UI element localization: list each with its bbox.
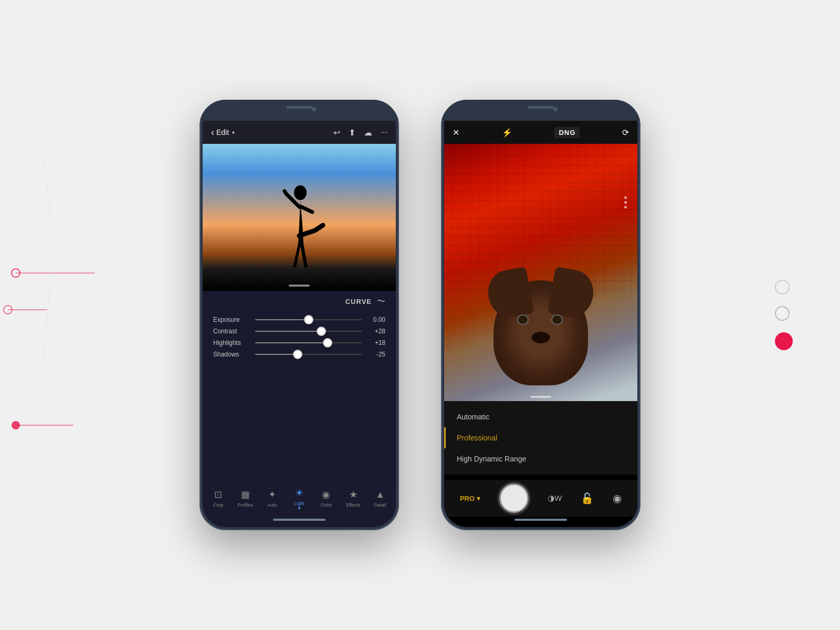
flash-button[interactable]: ⚡ [502,128,512,138]
dog-photo [444,144,637,401]
dot1 [624,196,627,199]
phone2-notch [509,103,572,118]
dot3 [624,206,627,208]
exposure-label: Exposure [213,316,250,323]
nav-effects[interactable]: ★ Effects [340,489,366,508]
light-active-dot [298,507,300,509]
edit-header: ‹ Edit ▾ ↩ ⬆ ☁ ··· [203,121,396,144]
contrast-slider[interactable] [255,331,362,332]
shadows-label: Shadows [213,351,250,358]
contrast-row: Contrast +28 [213,328,385,335]
color-icon: ◉ [322,489,330,500]
photo-handle [289,285,310,287]
dropdown-professional[interactable]: Professional [444,427,637,448]
nav-auto[interactable]: ✦ Auto [259,489,286,508]
auto-icon: ✦ [268,489,276,500]
svg-point-6 [294,185,307,200]
light-icon: ☀ [295,487,303,499]
pro-label: PRO [460,495,475,502]
phone1-bottom-bar [273,519,326,521]
shadows-slider[interactable] [255,354,362,355]
three-dots-menu[interactable] [624,196,627,208]
profiles-label: Profiles [237,502,253,508]
silhouette-figure [273,183,326,272]
exposure-slider[interactable] [255,319,362,320]
pro-chevron: ▾ [477,495,480,502]
color-label: Color [321,502,332,508]
camera-controls: PRO ▾ ◑W 🔓 ◉ [444,480,637,517]
sliders-section: Exposure 0.00 Contrast [203,312,396,366]
nav-detail[interactable]: ▲ Detail [367,489,394,508]
camera-flip-button[interactable]: ⟳ [622,128,629,138]
deco-circle-3 [775,332,793,350]
curve-label: CURVE [345,298,372,306]
professional-label: Professional [457,434,497,442]
highlights-row: Highlights +18 [213,339,385,346]
dropdown-hdr[interactable]: High Dynamic Range [444,448,637,469]
edit-header-left: ‹ Edit ▾ [211,127,235,138]
undo-icon[interactable]: ↩ [333,128,340,138]
light-label: Light [294,501,304,506]
nav-color[interactable]: ◉ Color [313,489,340,508]
phone2-frame: ✕ ⚡ DNG ⟳ [441,100,640,530]
nav-light[interactable]: ☀ Light [286,487,312,509]
effects-icon: ★ [349,489,358,500]
dropdown-automatic[interactable]: Automatic [444,406,637,427]
wb-icon[interactable]: ◑W [548,494,562,503]
share-icon[interactable]: ⬆ [349,128,355,138]
phone2-content: ✕ ⚡ DNG ⟳ [444,103,637,527]
shutter-button[interactable] [499,484,529,513]
phone2-camera-dot [553,107,558,111]
phone2-inner: ✕ ⚡ DNG ⟳ [444,103,637,527]
highlights-slider[interactable] [255,342,362,343]
main-container: ‹ Edit ▾ ↩ ⬆ ☁ ··· [0,0,840,630]
speaker [286,106,312,109]
phone2-bottom-bar [514,519,567,521]
crop-label: Crop [213,502,224,508]
settings-icon[interactable]: ◉ [613,492,622,505]
camera-header: ✕ ⚡ DNG ⟳ [444,121,637,144]
dot2 [624,201,627,204]
profiles-icon: ▦ [241,489,250,500]
edit-chevron: ▾ [232,130,235,135]
close-button[interactable]: ✕ [453,128,459,138]
lock-icon[interactable]: 🔓 [581,492,594,505]
cloud-icon[interactable]: ☁ [364,128,372,138]
phone1-frame: ‹ Edit ▾ ↩ ⬆ ☁ ··· [200,100,399,530]
exposure-row: Exposure 0.00 [213,316,385,323]
exposure-value: 0.00 [367,316,385,323]
contrast-label: Contrast [213,328,250,335]
deco-circle-2 [775,306,790,321]
curve-icon: 〜 [377,296,385,307]
detail-label: Detail [374,502,386,508]
edit-title[interactable]: Edit [216,128,229,136]
photo-handle2 [530,396,551,398]
detail-icon: ▲ [375,489,385,500]
bottom-nav: ⊡ Crop ▦ Profiles ✦ Auto ☀ Light [203,480,396,517]
dropdown-menu: Automatic Professional High Dynamic Rang… [444,401,637,475]
nav-crop[interactable]: ⊡ Crop [205,489,232,508]
phone1-inner: ‹ Edit ▾ ↩ ⬆ ☁ ··· [203,103,396,527]
auto-label: Auto [267,502,277,508]
phone2-speaker [528,106,554,109]
shadows-row: Shadows -25 [213,351,385,358]
notch [268,103,331,118]
phone1-content: ‹ Edit ▾ ↩ ⬆ ☁ ··· [203,103,396,527]
nav-profiles[interactable]: ▦ Profiles [232,489,258,508]
back-button[interactable]: ‹ [211,127,214,138]
camera-dot [312,107,316,111]
pro-badge[interactable]: PRO ▾ [460,495,480,502]
photo-area [203,144,396,291]
highlights-value: +18 [367,339,385,346]
automatic-label: Automatic [457,413,489,421]
dng-label[interactable]: DNG [554,127,580,138]
effects-label: Effects [346,502,360,508]
highlights-label: Highlights [213,339,250,346]
more-icon[interactable]: ··· [381,128,387,137]
edit-header-right: ↩ ⬆ ☁ ··· [333,128,387,138]
contrast-value: +28 [367,328,385,335]
shadows-value: -25 [367,351,385,358]
hdr-label: High Dynamic Range [457,455,526,463]
crop-icon: ⊡ [214,489,222,500]
curve-section[interactable]: CURVE 〜 [203,291,396,312]
